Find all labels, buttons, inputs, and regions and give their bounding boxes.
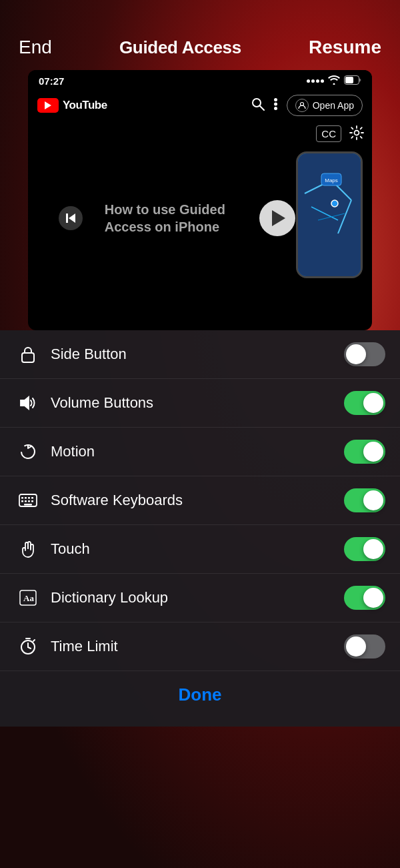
youtube-header: YouTube [28,89,372,121]
side-button-icon [15,346,41,363]
svg-rect-29 [31,497,33,499]
software-keyboards-toggle[interactable] [344,488,385,512]
settings-row-dictionary-lookup: AaDictionary Lookup [0,574,400,622]
page-title: Guided Access [119,37,241,58]
top-bar: End Guided Access Resume [0,0,400,70]
settings-row-side-button: Side Button [0,330,400,379]
dot4 [321,79,324,83]
svg-rect-34 [24,504,32,506]
settings-row-time-limit: Time Limit [0,622,400,671]
status-bar: 07:27 [28,70,372,89]
skip-back-button[interactable] [59,206,83,230]
side-button-toggle[interactable] [344,342,385,366]
dot3 [316,79,319,83]
open-app-label: Open App [313,100,354,111]
svg-marker-9 [69,213,75,223]
youtube-logo: YouTube [37,98,107,113]
battery-icon [344,75,361,87]
settings-panel: Side ButtonVolume ButtonsMotionSoftware … [0,330,400,671]
software-keyboards-icon [15,494,41,507]
status-time: 07:27 [39,75,64,87]
search-icon[interactable] [251,97,265,113]
end-button[interactable]: End [19,37,52,58]
motion-label: Motion [51,443,344,460]
svg-point-6 [274,107,277,110]
svg-line-39 [28,647,31,648]
svg-rect-27 [25,497,27,499]
svg-rect-13 [298,153,361,276]
settings-icon[interactable] [349,125,364,142]
svg-rect-28 [28,497,30,499]
svg-rect-22 [22,353,34,362]
done-bar: Done [0,671,400,727]
svg-text:Aa: Aa [23,593,34,603]
motion-icon [15,443,41,460]
svg-point-4 [274,98,277,101]
touch-toggle-thumb [363,539,383,559]
motion-toggle[interactable] [344,440,385,464]
settings-row-volume-buttons: Volume Buttons [0,379,400,428]
open-app-button[interactable]: Open App [287,95,363,116]
time-limit-toggle[interactable] [344,634,385,659]
phone-thumbnail: Maps [296,151,363,278]
youtube-controls-bar: CC [28,121,372,146]
volume-buttons-icon [15,396,41,410]
time-limit-toggle-thumb [346,636,366,657]
svg-rect-26 [21,497,23,499]
svg-rect-10 [66,213,68,223]
video-content[interactable]: How to use Guided Access on iPhone [28,146,372,290]
wifi-icon [328,75,340,87]
settings-row-motion: Motion [0,428,400,476]
svg-rect-31 [25,500,27,502]
svg-text:Maps: Maps [325,177,338,183]
time-limit-label: Time Limit [51,638,344,655]
settings-row-software-keyboards: Software Keyboards [0,476,400,525]
dictionary-lookup-label: Dictionary Lookup [51,589,344,606]
svg-line-41 [33,640,35,641]
touch-icon [15,540,41,558]
volume-buttons-toggle[interactable] [344,391,385,415]
youtube-header-right: Open App [251,95,363,116]
status-icons [307,75,361,87]
signal-dots [307,79,324,83]
dictionary-lookup-icon: Aa [15,590,41,606]
svg-point-21 [331,200,338,207]
phone-screen: Maps [298,153,361,276]
dictionary-lookup-toggle[interactable] [344,586,385,610]
volume-buttons-label: Volume Buttons [51,394,344,412]
svg-marker-23 [21,397,29,409]
software-keyboards-label: Software Keyboards [51,492,344,509]
account-icon [295,99,309,112]
svg-rect-32 [28,500,30,502]
volume-buttons-toggle-thumb [363,393,383,413]
youtube-logo-text: YouTube [63,99,107,112]
time-limit-icon [15,638,41,655]
dot2 [311,79,315,83]
svg-rect-1 [345,77,353,83]
dot1 [307,79,310,83]
touch-label: Touch [51,540,344,558]
svg-rect-33 [31,500,33,502]
side-button-toggle-thumb [346,344,366,364]
video-card: 07:27 [28,70,372,330]
resume-button[interactable]: Resume [309,37,381,58]
side-button-label: Side Button [51,346,344,363]
settings-row-touch: Touch [0,525,400,574]
video-title-text: How to use Guided Access on iPhone [105,201,238,236]
dictionary-lookup-toggle-thumb [363,588,383,608]
touch-toggle[interactable] [344,537,385,561]
youtube-logo-icon [37,98,59,113]
svg-line-3 [260,106,264,110]
svg-rect-30 [21,500,23,502]
svg-point-5 [274,103,277,106]
svg-point-8 [355,131,359,135]
more-icon[interactable] [274,98,277,113]
motion-toggle-thumb [363,442,383,462]
cc-button[interactable]: CC [316,125,341,142]
software-keyboards-toggle-thumb [363,490,383,510]
done-button[interactable]: Done [179,685,222,705]
svg-point-2 [253,99,261,107]
play-button[interactable] [259,200,295,236]
